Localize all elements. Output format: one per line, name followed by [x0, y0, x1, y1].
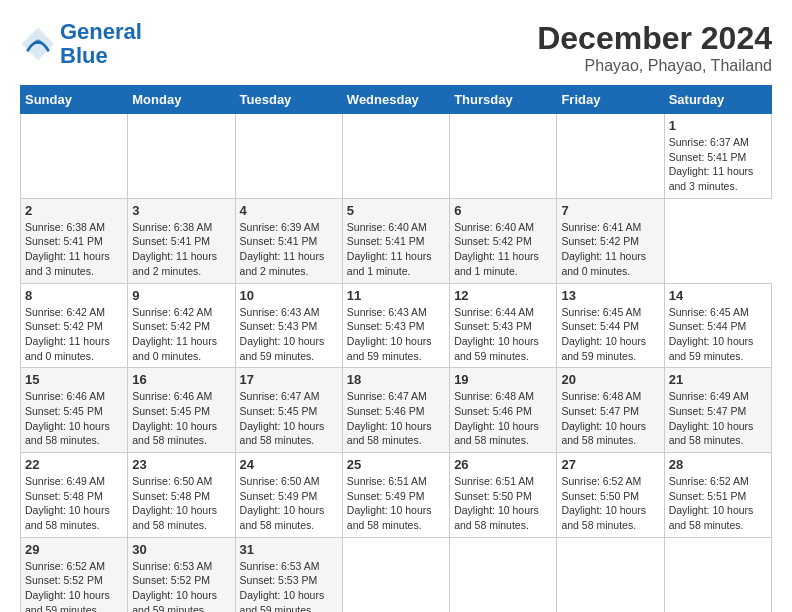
- page-header: General Blue December 2024 Phayao, Phaya…: [20, 20, 772, 75]
- logo: General Blue: [20, 20, 142, 68]
- day-number: 25: [347, 457, 445, 472]
- calendar-cell: 15 Sunrise: 6:46 AMSunset: 5:45 PMDaylig…: [21, 368, 128, 453]
- day-detail: Sunrise: 6:47 AMSunset: 5:45 PMDaylight:…: [240, 390, 325, 446]
- day-detail: Sunrise: 6:51 AMSunset: 5:50 PMDaylight:…: [454, 475, 539, 531]
- day-number: 5: [347, 203, 445, 218]
- day-detail: Sunrise: 6:51 AMSunset: 5:49 PMDaylight:…: [347, 475, 432, 531]
- calendar-cell: [557, 114, 664, 199]
- calendar-cell: [235, 114, 342, 199]
- calendar-cell: 25 Sunrise: 6:51 AMSunset: 5:49 PMDaylig…: [342, 453, 449, 538]
- day-number: 20: [561, 372, 659, 387]
- calendar-cell: 14 Sunrise: 6:45 AMSunset: 5:44 PMDaylig…: [664, 283, 771, 368]
- calendar-cell: 20 Sunrise: 6:48 AMSunset: 5:47 PMDaylig…: [557, 368, 664, 453]
- calendar-cell: [21, 114, 128, 199]
- calendar-cell: 11 Sunrise: 6:43 AMSunset: 5:43 PMDaylig…: [342, 283, 449, 368]
- calendar-week-row: 22 Sunrise: 6:49 AMSunset: 5:48 PMDaylig…: [21, 453, 772, 538]
- day-number: 22: [25, 457, 123, 472]
- day-number: 7: [561, 203, 659, 218]
- day-detail: Sunrise: 6:46 AMSunset: 5:45 PMDaylight:…: [132, 390, 217, 446]
- day-number: 3: [132, 203, 230, 218]
- calendar-cell: [557, 537, 664, 612]
- calendar-cell: 31 Sunrise: 6:53 AMSunset: 5:53 PMDaylig…: [235, 537, 342, 612]
- day-detail: Sunrise: 6:44 AMSunset: 5:43 PMDaylight:…: [454, 306, 539, 362]
- header-saturday: Saturday: [664, 86, 771, 114]
- day-number: 13: [561, 288, 659, 303]
- day-detail: Sunrise: 6:40 AMSunset: 5:41 PMDaylight:…: [347, 221, 432, 277]
- day-number: 29: [25, 542, 123, 557]
- day-detail: Sunrise: 6:47 AMSunset: 5:46 PMDaylight:…: [347, 390, 432, 446]
- header-sunday: Sunday: [21, 86, 128, 114]
- day-detail: Sunrise: 6:37 AMSunset: 5:41 PMDaylight:…: [669, 136, 754, 192]
- day-number: 21: [669, 372, 767, 387]
- day-number: 10: [240, 288, 338, 303]
- day-detail: Sunrise: 6:42 AMSunset: 5:42 PMDaylight:…: [132, 306, 217, 362]
- day-number: 16: [132, 372, 230, 387]
- calendar-header-row: SundayMondayTuesdayWednesdayThursdayFrid…: [21, 86, 772, 114]
- day-number: 26: [454, 457, 552, 472]
- calendar-cell: 17 Sunrise: 6:47 AMSunset: 5:45 PMDaylig…: [235, 368, 342, 453]
- logo-text: General Blue: [60, 20, 142, 68]
- logo-icon: [20, 26, 56, 62]
- day-number: 6: [454, 203, 552, 218]
- day-detail: Sunrise: 6:38 AMSunset: 5:41 PMDaylight:…: [132, 221, 217, 277]
- month-title: December 2024: [537, 20, 772, 57]
- calendar-cell: 18 Sunrise: 6:47 AMSunset: 5:46 PMDaylig…: [342, 368, 449, 453]
- day-detail: Sunrise: 6:52 AMSunset: 5:50 PMDaylight:…: [561, 475, 646, 531]
- calendar-cell: 9 Sunrise: 6:42 AMSunset: 5:42 PMDayligh…: [128, 283, 235, 368]
- day-detail: Sunrise: 6:48 AMSunset: 5:47 PMDaylight:…: [561, 390, 646, 446]
- day-number: 18: [347, 372, 445, 387]
- calendar-cell: 21 Sunrise: 6:49 AMSunset: 5:47 PMDaylig…: [664, 368, 771, 453]
- day-detail: Sunrise: 6:50 AMSunset: 5:49 PMDaylight:…: [240, 475, 325, 531]
- day-detail: Sunrise: 6:50 AMSunset: 5:48 PMDaylight:…: [132, 475, 217, 531]
- day-number: 17: [240, 372, 338, 387]
- day-number: 1: [669, 118, 767, 133]
- day-number: 15: [25, 372, 123, 387]
- calendar-cell: 5 Sunrise: 6:40 AMSunset: 5:41 PMDayligh…: [342, 198, 449, 283]
- calendar-cell: 29 Sunrise: 6:52 AMSunset: 5:52 PMDaylig…: [21, 537, 128, 612]
- day-number: 23: [132, 457, 230, 472]
- calendar-week-row: 15 Sunrise: 6:46 AMSunset: 5:45 PMDaylig…: [21, 368, 772, 453]
- calendar-week-row: 2 Sunrise: 6:38 AMSunset: 5:41 PMDayligh…: [21, 198, 772, 283]
- calendar-cell: [450, 114, 557, 199]
- header-thursday: Thursday: [450, 86, 557, 114]
- day-detail: Sunrise: 6:42 AMSunset: 5:42 PMDaylight:…: [25, 306, 110, 362]
- day-detail: Sunrise: 6:43 AMSunset: 5:43 PMDaylight:…: [347, 306, 432, 362]
- calendar-cell: 22 Sunrise: 6:49 AMSunset: 5:48 PMDaylig…: [21, 453, 128, 538]
- calendar-week-row: 29 Sunrise: 6:52 AMSunset: 5:52 PMDaylig…: [21, 537, 772, 612]
- calendar-table: SundayMondayTuesdayWednesdayThursdayFrid…: [20, 85, 772, 612]
- calendar-cell: 24 Sunrise: 6:50 AMSunset: 5:49 PMDaylig…: [235, 453, 342, 538]
- calendar-cell: 6 Sunrise: 6:40 AMSunset: 5:42 PMDayligh…: [450, 198, 557, 283]
- calendar-week-row: 1 Sunrise: 6:37 AMSunset: 5:41 PMDayligh…: [21, 114, 772, 199]
- day-detail: Sunrise: 6:53 AMSunset: 5:53 PMDaylight:…: [240, 560, 325, 612]
- logo-line1: General: [60, 19, 142, 44]
- header-wednesday: Wednesday: [342, 86, 449, 114]
- calendar-cell: 23 Sunrise: 6:50 AMSunset: 5:48 PMDaylig…: [128, 453, 235, 538]
- calendar-cell: [342, 537, 449, 612]
- day-detail: Sunrise: 6:48 AMSunset: 5:46 PMDaylight:…: [454, 390, 539, 446]
- day-detail: Sunrise: 6:38 AMSunset: 5:41 PMDaylight:…: [25, 221, 110, 277]
- day-detail: Sunrise: 6:45 AMSunset: 5:44 PMDaylight:…: [561, 306, 646, 362]
- day-detail: Sunrise: 6:41 AMSunset: 5:42 PMDaylight:…: [561, 221, 646, 277]
- day-number: 19: [454, 372, 552, 387]
- title-block: December 2024 Phayao, Phayao, Thailand: [537, 20, 772, 75]
- day-number: 27: [561, 457, 659, 472]
- day-number: 30: [132, 542, 230, 557]
- day-number: 4: [240, 203, 338, 218]
- calendar-cell: 3 Sunrise: 6:38 AMSunset: 5:41 PMDayligh…: [128, 198, 235, 283]
- day-detail: Sunrise: 6:49 AMSunset: 5:48 PMDaylight:…: [25, 475, 110, 531]
- day-detail: Sunrise: 6:46 AMSunset: 5:45 PMDaylight:…: [25, 390, 110, 446]
- day-number: 31: [240, 542, 338, 557]
- day-detail: Sunrise: 6:40 AMSunset: 5:42 PMDaylight:…: [454, 221, 539, 277]
- calendar-cell: 19 Sunrise: 6:48 AMSunset: 5:46 PMDaylig…: [450, 368, 557, 453]
- day-detail: Sunrise: 6:39 AMSunset: 5:41 PMDaylight:…: [240, 221, 325, 277]
- calendar-cell: 28 Sunrise: 6:52 AMSunset: 5:51 PMDaylig…: [664, 453, 771, 538]
- day-number: 2: [25, 203, 123, 218]
- calendar-cell: 26 Sunrise: 6:51 AMSunset: 5:50 PMDaylig…: [450, 453, 557, 538]
- calendar-cell: 12 Sunrise: 6:44 AMSunset: 5:43 PMDaylig…: [450, 283, 557, 368]
- day-number: 28: [669, 457, 767, 472]
- header-tuesday: Tuesday: [235, 86, 342, 114]
- calendar-cell: 16 Sunrise: 6:46 AMSunset: 5:45 PMDaylig…: [128, 368, 235, 453]
- day-number: 9: [132, 288, 230, 303]
- calendar-cell: 7 Sunrise: 6:41 AMSunset: 5:42 PMDayligh…: [557, 198, 664, 283]
- day-detail: Sunrise: 6:52 AMSunset: 5:51 PMDaylight:…: [669, 475, 754, 531]
